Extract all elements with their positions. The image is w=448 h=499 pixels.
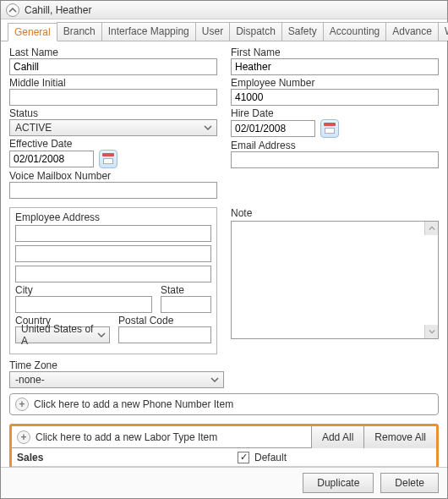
default-checkbox[interactable] <box>238 452 249 463</box>
last-name-input[interactable] <box>9 58 217 75</box>
address-line1-input[interactable] <box>15 225 211 242</box>
city-input[interactable] <box>15 296 152 313</box>
labor-header: + Click here to add a new Labor Type Ite… <box>12 426 436 448</box>
calendar-icon[interactable] <box>320 119 339 138</box>
label-last-name: Last Name <box>9 47 217 58</box>
chevron-up-icon <box>8 6 17 14</box>
calendar-icon[interactable] <box>99 150 117 168</box>
country-select[interactable]: United States of A <box>15 326 110 343</box>
middle-initial-input[interactable] <box>9 89 217 106</box>
collapse-button[interactable] <box>6 3 19 17</box>
postal-code-input[interactable] <box>118 326 211 343</box>
plus-icon: + <box>17 430 30 444</box>
label-hire-date: Hire Date <box>231 107 439 119</box>
employee-number-input[interactable] <box>231 89 439 106</box>
label-email: Email Address <box>231 140 439 151</box>
labor-type-section: + Click here to add a new Labor Type Ite… <box>9 424 439 467</box>
scroll-up-icon[interactable] <box>424 222 438 235</box>
time-zone-select[interactable]: -none- <box>9 371 224 388</box>
default-label: Default <box>254 452 287 463</box>
state-input[interactable] <box>161 296 211 313</box>
address-group: Employee Address City State <box>9 207 217 354</box>
label-status: Status <box>9 107 217 119</box>
scroll-down-icon[interactable] <box>424 325 438 338</box>
chevron-down-icon <box>208 373 221 387</box>
add-phone-bar[interactable]: + Click here to add a new Phone Number I… <box>9 393 439 415</box>
status-select[interactable]: ACTIVE <box>9 119 217 136</box>
bottom-bar: Duplicate Delete <box>1 467 447 498</box>
tab-dispatch[interactable]: Dispatch <box>229 22 282 41</box>
first-name-input[interactable] <box>231 58 439 75</box>
plus-icon: + <box>15 398 29 411</box>
tab-safety[interactable]: Safety <box>281 22 324 41</box>
delete-button[interactable]: Delete <box>380 473 439 493</box>
label-employee-address: Employee Address <box>15 211 100 223</box>
address-line3-input[interactable] <box>15 266 211 282</box>
hire-date-input[interactable] <box>231 120 315 137</box>
label-effective-date: Effective Date <box>9 138 217 150</box>
label-middle-initial: Middle Initial <box>9 77 217 89</box>
label-state: State <box>161 284 184 296</box>
time-zone-value: -none- <box>15 374 45 386</box>
add-labor-bar[interactable]: + Click here to add a new Labor Type Ite… <box>12 430 311 444</box>
chevron-down-icon <box>201 121 215 134</box>
effective-date-input[interactable] <box>9 151 94 167</box>
tab-branch[interactable]: Branch <box>57 22 102 41</box>
tab-strip: General Branch Interface Mapping User Di… <box>1 19 447 41</box>
chevron-down-icon <box>95 328 107 342</box>
employee-window: Cahill, Heather General Branch Interface… <box>0 0 448 499</box>
tab-advance[interactable]: Advance <box>385 22 439 41</box>
tab-accounting[interactable]: Accounting <box>323 22 386 41</box>
label-note: Note <box>231 207 439 219</box>
note-textarea[interactable] <box>231 221 439 339</box>
tab-general[interactable]: General <box>8 23 57 41</box>
label-postal-code: Postal Code <box>118 315 173 326</box>
add-all-button[interactable]: Add All <box>311 426 363 448</box>
label-voice-mailbox: Voice Mailbox Number <box>9 170 217 182</box>
tab-web[interactable]: Web U <box>438 22 448 41</box>
label-city: City <box>15 284 33 296</box>
status-value: ACTIVE <box>15 122 52 134</box>
tab-interface-mapping[interactable]: Interface Mapping <box>101 22 196 41</box>
label-first-name: First Name <box>231 47 439 58</box>
add-labor-placeholder: Click here to add a new Labor Type Item <box>36 431 217 443</box>
country-value: United States of A <box>21 323 95 347</box>
form-body: Last Name Middle Initial Status ACTIVE E… <box>1 41 447 467</box>
remove-all-button[interactable]: Remove All <box>363 426 436 448</box>
address-line2-input[interactable] <box>15 245 211 262</box>
voice-mailbox-input[interactable] <box>9 182 217 199</box>
titlebar: Cahill, Heather <box>1 1 447 19</box>
label-employee-number: Employee Number <box>231 77 439 89</box>
duplicate-button[interactable]: Duplicate <box>303 473 374 493</box>
window-title: Cahill, Heather <box>25 4 91 16</box>
labor-name: Sales <box>12 452 238 463</box>
tab-user[interactable]: User <box>195 22 230 41</box>
labor-row: Sales Default <box>12 448 436 467</box>
label-time-zone: Time Zone <box>9 359 57 371</box>
email-input[interactable] <box>231 151 439 168</box>
add-phone-placeholder: Click here to add a new Phone Number Ite… <box>34 398 233 410</box>
